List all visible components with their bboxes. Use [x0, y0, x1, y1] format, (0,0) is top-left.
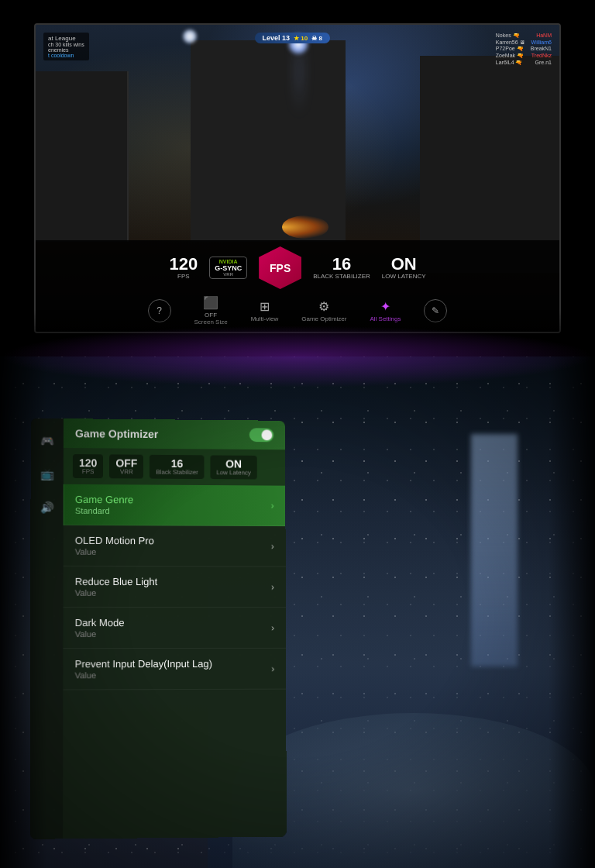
menu-item-reduce-blue-light[interactable]: Reduce Blue Light Value › [64, 567, 286, 608]
enemies-info: enemies [48, 47, 84, 53]
menu-item-name-game-genre: Game Genre [75, 494, 133, 505]
building-center [191, 40, 346, 242]
skull-icon: ☠ 8 [311, 35, 322, 42]
player3-enemy: BreakN1 [531, 46, 552, 52]
all-settings-control[interactable]: ✦ All Settings [370, 299, 401, 322]
player-row: P72Poe 🔫 BreakN1 [496, 46, 552, 52]
player3: P72Poe 🔫 [496, 46, 524, 52]
game-screen-top: at League ch 30 kills wins enemies t coo… [34, 23, 561, 333]
hud-center: Level 13 ★ 10 ☠ 8 [255, 33, 330, 43]
help-button[interactable]: ? [148, 299, 171, 322]
player4: ZoeMak 🔫 [496, 53, 524, 59]
chevron-right-icon: › [271, 663, 274, 674]
game-optimizer-header: Game Optimizer [64, 418, 285, 450]
kills-info: ch 30 kills wins [48, 42, 84, 47]
menu-item-value-blue-light: Value [75, 588, 158, 598]
gsync-name: G-SYNC [215, 264, 242, 272]
level-text: Level 13 [263, 34, 291, 42]
game-optimizer-control[interactable]: ⚙ Game Optimizer [301, 299, 346, 322]
menu-item-value-oled: Value [75, 547, 154, 556]
menu-section: Game Genre Standard › OLED Motion Pro Va… [63, 484, 286, 691]
go-bs-label: Black Stabilizer [156, 469, 198, 476]
cooldown-info: t cooldown [48, 53, 84, 58]
sidebar-icon-audio[interactable]: 🔊 [36, 497, 58, 518]
muzzle-flash [282, 215, 328, 239]
player5: Lar6IL4 🔫 [496, 60, 523, 66]
menu-item-left: Game Genre Standard [75, 494, 133, 515]
sidebar-icon-display[interactable]: 📺 [36, 463, 58, 485]
stats-row: 120 FPS NVIDIA G-SYNC VRR FPS 16 Black S… [51, 246, 544, 289]
screen-size-label: Screen Size [194, 319, 228, 326]
bottom-bar-top: 120 FPS NVIDIA G-SYNC VRR FPS 16 Black S… [36, 240, 559, 332]
chevron-right-icon: › [271, 541, 274, 552]
low-latency-stat: ON Low Latency [382, 256, 426, 280]
gsync-badge: NVIDIA G-SYNC VRR [209, 257, 247, 279]
hud-left: at League ch 30 kills wins enemies t coo… [43, 33, 89, 60]
player4-enemy: TredNkz [531, 53, 552, 59]
menu-item-dark-mode[interactable]: Dark Mode Value › [64, 608, 287, 649]
fps-hexagon: FPS [259, 246, 301, 289]
screen-size-control[interactable]: ⬛ OFF Screen Size [194, 295, 228, 326]
go-bs-value: 16 [171, 458, 183, 469]
sidebar-icons: 🎮 📺 🔊 [30, 418, 64, 839]
fps-badge-text: FPS [270, 262, 291, 274]
go-fps-value: 120 [79, 457, 97, 468]
hud-right: Nokes 🔫 HaNM Karren56 🖥 William6 P72Poe … [496, 33, 552, 67]
go-vrr-value: OFF [115, 457, 137, 468]
match-info: at League [48, 35, 84, 42]
menu-item-value-game-genre: Standard [75, 506, 133, 515]
all-settings-label: All Settings [370, 315, 401, 322]
edit-button[interactable]: ✎ [424, 299, 447, 322]
menu-item-value-dark-mode: Value [75, 629, 125, 639]
sidebar-icon-gamepad[interactable]: 🎮 [36, 430, 58, 452]
menu-item-game-genre[interactable]: Game Genre Standard › [64, 484, 286, 526]
gsync-nvidia: NVIDIA [219, 259, 238, 264]
menu-item-name-blue-light: Reduce Blue Light [75, 576, 157, 587]
multi-view-icon: ⊞ [260, 299, 270, 314]
menu-item-left: OLED Motion Pro Value [75, 535, 154, 556]
player-row: Nokes 🔫 HaNM [496, 33, 552, 39]
gsync-sub: VRR [223, 272, 233, 277]
go-ll-label: Low Latency [216, 469, 250, 476]
menu-item-left: Prevent Input Delay(Input Lag) Value [75, 658, 212, 680]
menu-item-name-input-delay: Prevent Input Delay(Input Lag) [75, 658, 212, 670]
building-left [36, 71, 129, 242]
fps-label: FPS [177, 273, 190, 280]
low-latency-value: ON [391, 256, 417, 273]
fps-stat: 120 FPS [169, 256, 198, 280]
menu-item-input-delay[interactable]: Prevent Input Delay(Input Lag) Value › [63, 649, 286, 691]
screen-size-label-top: OFF [205, 312, 217, 319]
menu-item-name-oled: OLED Motion Pro [75, 535, 154, 546]
menu-item-left: Dark Mode Value [75, 617, 125, 639]
menu-item-value-input-delay: Value [75, 670, 212, 680]
fps-value: 120 [169, 256, 198, 273]
go-fps-label: FPS [82, 468, 95, 475]
top-game-section: at League ch 30 kills wins enemies t coo… [0, 0, 595, 356]
black-stabilizer-label: Black Stabilizer [313, 273, 370, 280]
go-bs-stat: 16 Black Stabilizer [150, 455, 204, 479]
menu-item-oled-motion[interactable]: OLED Motion Pro Value › [64, 525, 286, 567]
low-latency-label: Low Latency [382, 273, 426, 280]
multi-view-control[interactable]: ⊞ Multi-view [251, 299, 279, 322]
go-stats-row: 120 FPS OFF VRR 16 Black Stabilizer ON L… [64, 448, 285, 486]
go-fps-stat: 120 FPS [73, 454, 103, 478]
player2-enemy: William6 [531, 40, 552, 45]
go-vrr-label: VRR [120, 468, 133, 475]
controls-row: ? ⬛ OFF Screen Size ⊞ Multi-view ⚙ Game … [51, 295, 544, 326]
black-stabilizer-value: 16 [332, 256, 351, 273]
chevron-right-icon: › [271, 500, 274, 511]
player-row: Karren56 🖥 William6 [496, 40, 552, 45]
chevron-right-icon: › [271, 622, 274, 633]
waterfall [471, 434, 518, 666]
chevron-right-icon: › [271, 581, 274, 592]
player5-enemy: Gre.n1 [535, 60, 552, 66]
level-badge: Level 13 ★ 10 ☠ 8 [255, 33, 330, 43]
screen-size-icon: ⬛ [203, 295, 218, 310]
bottom-game-section: 🎮 📺 🔊 Game Optimizer 120 FPS OFF VRR [0, 356, 595, 868]
multi-view-label: Multi-view [251, 315, 279, 322]
player2: Karren56 🖥 [496, 40, 525, 45]
player1: Nokes 🔫 [496, 33, 520, 39]
go-ll-value: ON [225, 459, 242, 470]
game-optimizer-icon: ⚙ [318, 299, 329, 314]
game-optimizer-toggle[interactable] [249, 428, 274, 442]
